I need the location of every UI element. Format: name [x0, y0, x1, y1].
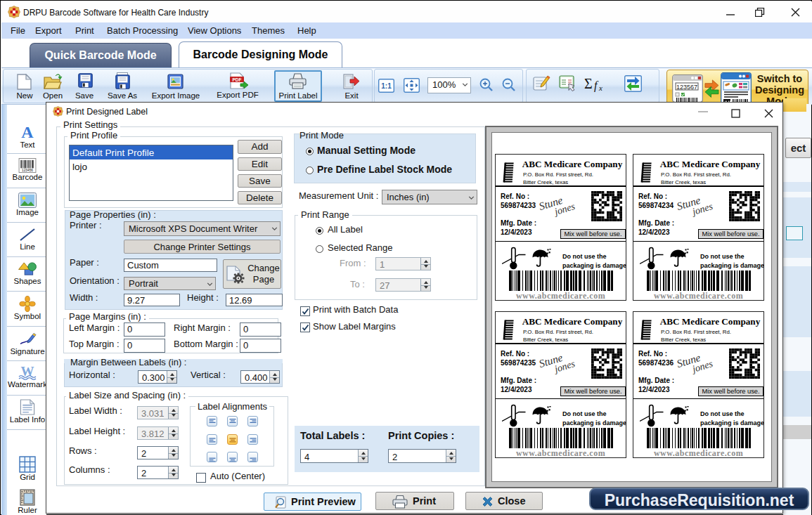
svg-text:A: A: [21, 124, 34, 141]
svg-text:f: f: [594, 79, 599, 92]
svg-text:Σ: Σ: [584, 76, 593, 91]
svg-text:123567: 123567: [676, 84, 697, 91]
svg-text:PDF: PDF: [233, 77, 242, 82]
svg-text:123456: 123456: [22, 169, 33, 172]
svg-text:x: x: [598, 84, 602, 92]
svg-text:1:1: 1:1: [381, 82, 392, 90]
